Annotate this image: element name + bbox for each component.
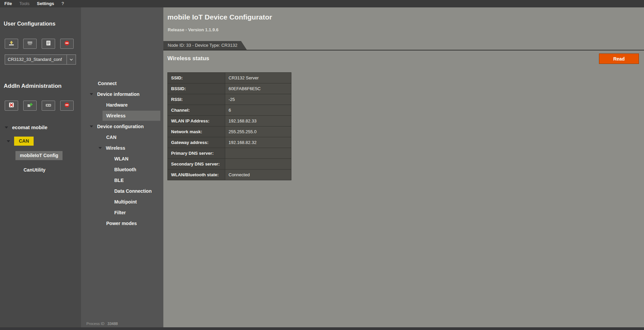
status-value: -25 [225, 94, 291, 105]
status-label: Gateway address: [168, 137, 225, 148]
process-id-label: Process ID [86, 322, 105, 326]
nav-item-filter[interactable]: Filter [81, 207, 161, 218]
nav-item-bluetooth[interactable]: Bluetooth [81, 164, 161, 175]
mobileiot-config-chip[interactable]: mobileIoT Config [15, 151, 63, 160]
license-key-button[interactable] [42, 101, 55, 111]
configuration-dropdown-value: CR3132_33_Standard_conf [5, 55, 67, 64]
nav-item-label: Power modes [106, 221, 137, 226]
delete-addin-button[interactable] [5, 101, 18, 111]
menu-bar: File Tools Settings ? [0, 0, 644, 7]
status-label: Channel: [168, 105, 225, 115]
tree-expanded-icon[interactable] [5, 126, 8, 129]
app-window: File Tools Settings ? User Configuration… [0, 0, 644, 330]
status-label: Secondary DNS server: [168, 159, 225, 169]
main-content: mobile IoT Device Configurator Release -… [163, 7, 644, 327]
tree-expanded-icon[interactable] [7, 140, 10, 142]
remove-config-icon [64, 40, 70, 47]
nav-item-label: Device configuration [97, 124, 144, 129]
remove-addin-button[interactable] [60, 101, 74, 111]
status-value [225, 148, 291, 158]
wireless-status-title: Wireless status [167, 55, 209, 62]
status-value: 192.168.82.32 [225, 137, 291, 148]
delete-addin-icon [9, 102, 14, 109]
device-tab[interactable]: Node ID: 33 - Device Type: CR3132 [163, 41, 247, 50]
nav-item-power-modes[interactable]: Power modes [81, 218, 161, 229]
tree-item-can[interactable]: CAN [7, 137, 34, 146]
chevron-expanded-icon[interactable] [90, 93, 93, 95]
nav-item-wireless-information[interactable]: Wireless [81, 110, 161, 121]
nav-item-device-information[interactable]: Device information [81, 89, 161, 100]
menu-file[interactable]: File [1, 0, 15, 7]
nav-item-label: Device information [97, 91, 139, 97]
tree-item-ecomat-mobile[interactable]: ecomat mobile [5, 124, 47, 130]
addin-administration-title: AddIn Administration [4, 83, 62, 89]
import-config-icon [8, 40, 15, 47]
import-config-button[interactable] [5, 39, 18, 49]
menu-settings[interactable]: Settings [33, 0, 58, 7]
remove-config-button[interactable] [60, 39, 74, 49]
nav-selected-highlight: Wireless [103, 111, 160, 121]
nav-item-data-connection[interactable]: Data Connection [81, 186, 161, 196]
tree-item-mobileiot-config[interactable]: mobileIoT Config [15, 151, 63, 160]
menu-help[interactable]: ? [58, 0, 68, 7]
nav-item-label: Multipoint [114, 199, 137, 205]
configuration-dropdown[interactable]: CR3132_33_Standard_conf [5, 54, 76, 65]
nav-item-label: Data Connection [114, 188, 152, 194]
addin-toolbar [5, 101, 74, 111]
status-value [225, 159, 291, 169]
wireless-status-table: SSID: CR3132 Server BSSID: 60EFAB6F6E5C … [167, 72, 291, 180]
bottom-status-strip [0, 327, 644, 330]
nav-item-label: Wireless [106, 145, 125, 151]
nav-item-ble[interactable]: BLE [81, 175, 161, 186]
menu-tools[interactable]: Tools [15, 0, 33, 7]
export-config-icon [27, 41, 33, 47]
status-label: WLAN IP Address: [168, 116, 225, 126]
status-value: 255.255.255.0 [225, 126, 291, 137]
nav-item-label: WLAN [114, 156, 128, 161]
user-config-toolbar [5, 39, 74, 49]
clipboard-config-icon [46, 40, 51, 47]
app-title: mobile IoT Device Configurator [167, 13, 272, 21]
clipboard-config-button[interactable] [42, 39, 55, 49]
nav-item-label: Wireless [106, 113, 125, 118]
app-version: Release - Version 1.1.9.6 [168, 27, 218, 32]
status-value: Connected [225, 170, 291, 180]
tree-item-label: CanUtility [24, 167, 45, 173]
left-sidebar: User Configurations [0, 7, 81, 327]
tree-item-canutility[interactable]: CanUtility [24, 167, 45, 173]
window-body: User Configurations [0, 7, 644, 327]
process-id-status: Process ID33488 [86, 322, 118, 326]
export-config-button[interactable] [23, 39, 37, 49]
user-configurations-title: User Configurations [4, 21, 55, 27]
nav-item-multipoint[interactable]: Multipoint [81, 196, 161, 207]
remove-addin-icon [64, 102, 70, 109]
device-nav-panel: Connect Device information Hardware Wire… [81, 7, 163, 327]
device-nav-list: Connect Device information Hardware Wire… [81, 78, 161, 229]
license-key-icon [45, 103, 51, 109]
status-label: Network mask: [168, 126, 225, 137]
nav-item-wireless-configuration[interactable]: Wireless [81, 143, 161, 153]
status-value: 60EFAB6F6E5C [225, 83, 291, 94]
chevron-expanded-icon[interactable] [98, 147, 102, 149]
read-button[interactable]: Read [599, 53, 639, 64]
can-selected-chip[interactable]: CAN [14, 137, 34, 146]
nav-item-can[interactable]: CAN [81, 132, 161, 143]
status-label: SSID: [168, 73, 225, 83]
chevron-expanded-icon[interactable] [90, 125, 93, 127]
nav-item-label: CAN [106, 135, 116, 140]
nav-item-label: Filter [114, 210, 126, 215]
status-label: Primary DNS server: [168, 148, 225, 158]
nav-item-device-configuration[interactable]: Device configuration [81, 121, 161, 132]
status-value: CR3132 Server [225, 73, 291, 83]
status-value: 6 [225, 105, 291, 115]
nav-item-connect[interactable]: Connect [81, 78, 161, 89]
nav-item-hardware[interactable]: Hardware [81, 100, 161, 110]
add-addin-button[interactable] [23, 101, 37, 111]
nav-item-wlan[interactable]: WLAN [81, 153, 161, 164]
chevron-down-icon[interactable] [67, 55, 76, 64]
status-label: RSSI: [168, 94, 225, 105]
status-label: BSSID: [168, 83, 225, 94]
tree-item-label: ecomat mobile [12, 124, 47, 130]
nav-item-label: Connect [98, 81, 117, 86]
nav-item-label: BLE [114, 178, 124, 183]
